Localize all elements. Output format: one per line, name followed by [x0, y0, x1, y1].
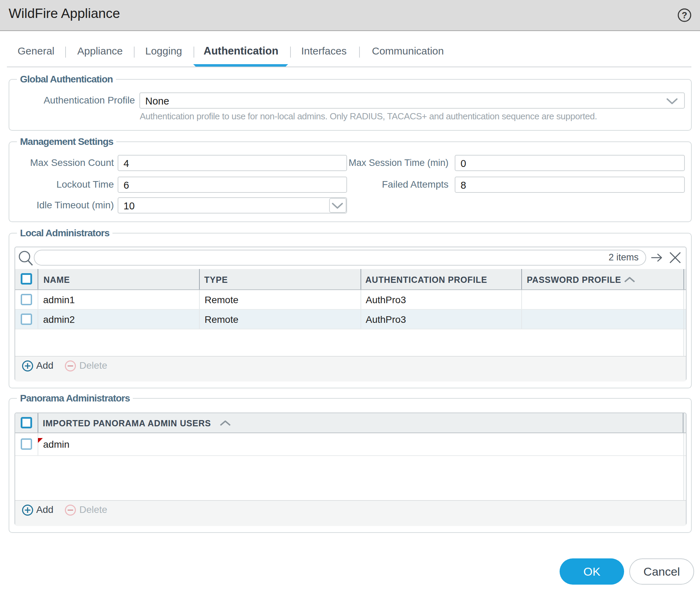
svg-text:?: ? — [682, 10, 687, 20]
